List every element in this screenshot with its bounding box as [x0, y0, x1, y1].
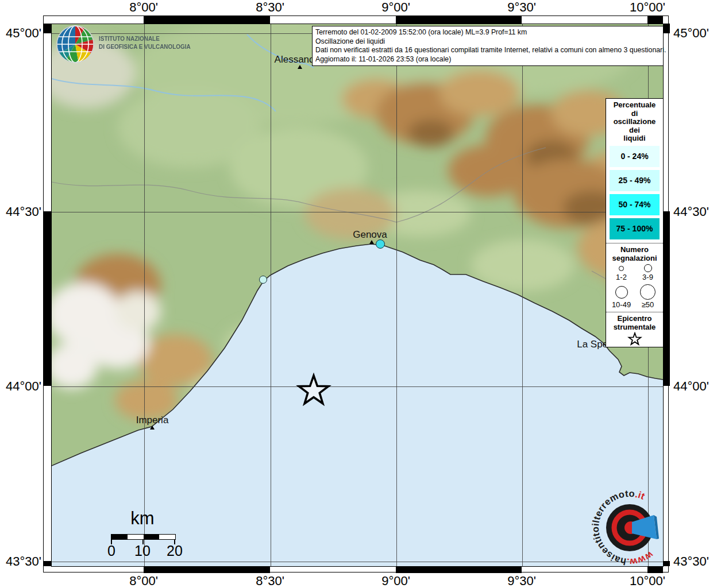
tick-bottom-1: [144, 566, 270, 574]
gridline-lat-44-30: [52, 212, 663, 212]
axis-label-bottom-8-00: 8°00': [116, 574, 171, 587]
tick-top-2: [396, 16, 522, 24]
tick-right-3: [663, 561, 670, 566]
info-line-map-type: Oscillazione dei liquidi: [315, 37, 660, 47]
map-canvas: Alessandria Genova Imperia La Spezia km …: [51, 24, 664, 567]
count-circle-10-49: [615, 286, 628, 299]
tick-bottom-2: [396, 566, 522, 574]
scalebar-unit-label: km: [114, 508, 171, 529]
ingv-logo-text: ISTITUTO NAZIONALE DI GEOFISICA E VULCAN…: [99, 35, 191, 51]
tick-top-3: [647, 16, 663, 24]
gridline-lat-44-00: [52, 386, 663, 387]
axis-label-bottom-9-00: 9°00': [368, 574, 423, 587]
haisentitoilterremoto-logo[interactable]: ? www.haisentitoilterremoto.it: [589, 483, 664, 567]
legend-title: Percentuale di oscillazione dei liquidi: [614, 101, 656, 143]
tick-right-2: [663, 211, 670, 386]
city-label-imperia: Imperia: [106, 415, 198, 426]
info-line-disclaimer: Dati non verificati estratti da 16 quest…: [315, 46, 660, 55]
tick-left-3: [44, 561, 51, 566]
ingv-logo-globe: [56, 25, 94, 63]
axis-label-top-10-00: 10°00': [620, 0, 675, 14]
info-line-event: Terremoto del 01-02-2009 15:52:00 (ora l…: [315, 28, 660, 37]
legend-epicenter-section: Epicentro strumentale: [606, 312, 663, 347]
count-circle-50plus: [640, 284, 656, 300]
count-circle-1-2: [619, 266, 624, 271]
legend-counts-section: Numero segnalazioni 1-2 3-9 10-49 ≥50: [606, 243, 663, 309]
scalebar-num-0: 0: [94, 543, 129, 559]
gridline-lon-8-00: [144, 24, 145, 566]
epicenter-star-icon[interactable]: [295, 373, 332, 409]
city-marker-imperia: [150, 425, 155, 430]
scalebar-seg-3: [144, 535, 160, 539]
tick-left-2: [44, 211, 51, 386]
legend-class-25-49: 25 - 49%: [610, 170, 660, 191]
scalebar-seg-4: [159, 535, 175, 539]
axis-label-right-44-30: 44°30': [673, 204, 719, 219]
gridline-lon-9-00: [396, 24, 397, 566]
axis-label-top-8-00: 8°00': [116, 0, 171, 14]
city-marker-alessandria: [298, 65, 302, 69]
axis-label-left-43-30: 43°30': [0, 554, 41, 569]
axis-label-right-45-00: 45°00': [673, 26, 719, 41]
felt-report-point-west-coast[interactable]: [259, 276, 267, 284]
legend-epicenter-star-icon: [627, 332, 642, 347]
haisentitoilterremoto-map-page: 8°00' 8°30' 9°00' 9°30' 10°00' 8°00' 8°3…: [0, 0, 721, 588]
count-label-3-9: 3-9: [642, 273, 653, 281]
legend-class-0-24: 0 - 24%: [610, 146, 660, 167]
count-circle-3-9: [644, 264, 652, 272]
axis-label-right-43-30: 43°30': [673, 554, 719, 569]
scalebar-seg-2: [128, 535, 144, 539]
count-label-10-49: 10-49: [612, 300, 631, 309]
axis-label-top-9-30: 9°30': [494, 0, 549, 14]
city-label-genova: Genova: [324, 229, 416, 241]
logo-text-www: www.: [626, 550, 656, 567]
axis-label-left-45-00: 45°00': [0, 26, 41, 41]
count-label-50plus: ≥50: [642, 300, 654, 309]
axis-label-bottom-10-00: 10°00': [620, 574, 675, 587]
scalebar-seg-1: [111, 535, 128, 539]
gridline-lon-8-30: [271, 24, 271, 566]
axis-label-left-44-00: 44°00': [0, 379, 41, 394]
map-legend: Percentuale di oscillazione dei liquidi …: [606, 98, 664, 347]
axis-label-right-44-00: 44°00': [673, 379, 719, 394]
axis-label-bottom-8-30: 8°30': [242, 574, 298, 587]
tick-top-1: [144, 16, 270, 24]
axis-label-top-8-30: 8°30': [242, 0, 298, 14]
legend-class-75-100: 75 - 100%: [610, 218, 660, 239]
axis-label-top-9-00: 9°00': [368, 0, 423, 14]
logo-text-tld: .it: [634, 489, 646, 501]
tick-bottom-3: [647, 566, 663, 574]
axis-label-left-44-30: 44°30': [0, 204, 41, 219]
felt-report-point-genova[interactable]: [376, 239, 385, 249]
scalebar-num-20: 20: [157, 543, 192, 559]
city-marker-genova: [369, 240, 374, 244]
legend-class-50-74: 50 - 74%: [610, 194, 660, 215]
gridline-lon-9-30: [522, 24, 523, 566]
tick-left-1: [44, 24, 51, 33]
earthquake-info-box: Terremoto del 01-02-2009 15:52:00 (ora l…: [312, 26, 664, 66]
question-mark-icon: ?: [661, 512, 664, 531]
terrain-relief-image: [52, 24, 663, 566]
count-label-1-2: 1-2: [616, 273, 627, 281]
gridline-lat-43-30: [52, 562, 663, 562]
scalebar-num-10: 10: [125, 543, 160, 559]
info-line-updated: Aggiornato il: 11-01-2026 23:53 (ora loc…: [315, 55, 660, 64]
tick-right-1: [663, 24, 670, 33]
axis-label-bottom-9-30: 9°30': [494, 574, 549, 587]
